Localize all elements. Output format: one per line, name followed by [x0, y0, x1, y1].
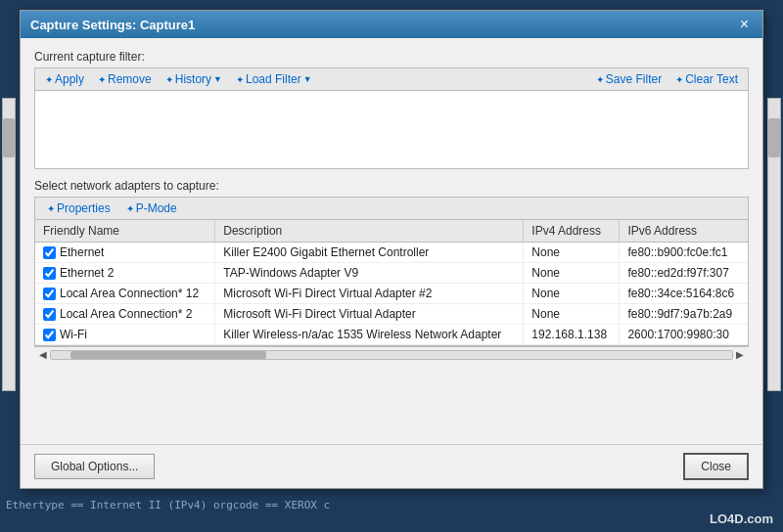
adapter-checkbox[interactable]: [43, 329, 56, 341]
col-description: Description: [215, 220, 524, 243]
load-filter-button[interactable]: ✦ Load Filter ▼: [230, 70, 318, 88]
apply-button[interactable]: ✦ Apply: [39, 70, 90, 88]
adapter-ipv4: None: [524, 304, 620, 325]
history-button[interactable]: ✦ History ▼: [160, 70, 228, 88]
adapter-friendly-name: Ethernet 2: [35, 263, 215, 284]
load-dropdown-icon: ▼: [303, 74, 312, 84]
filter-section: Current capture filter: ✦ Apply ✦ Remove…: [34, 50, 749, 169]
capture-settings-dialog: Capture Settings: Capture1 × Current cap…: [20, 10, 763, 489]
adapter-description: TAP-Windows Adapter V9: [215, 263, 524, 284]
adapter-ipv4: None: [524, 284, 620, 304]
save-icon: ✦: [596, 74, 604, 85]
filter-input[interactable]: [39, 95, 744, 164]
dialog-footer: Global Options... Close: [21, 444, 762, 488]
apply-icon: ✦: [45, 74, 53, 85]
adapter-checkbox[interactable]: [43, 246, 56, 259]
properties-tab[interactable]: ✦ Properties: [39, 200, 118, 217]
adapter-table: Friendly Name Description IPv4 Address I…: [35, 220, 748, 345]
adapter-description: Microsoft Wi-Fi Direct Virtual Adapter #…: [215, 284, 524, 304]
table-row: Wi-FiKiller Wireless-n/a/ac 1535 Wireles…: [35, 325, 748, 345]
col-friendly-name: Friendly Name: [35, 220, 215, 243]
table-row: Ethernet 2TAP-Windows Adapter V9Nonefe80…: [35, 263, 748, 284]
global-options-button[interactable]: Global Options...: [34, 454, 155, 479]
table-row: EthernetKiller E2400 Gigabit Ethernet Co…: [35, 243, 748, 263]
clear-icon: ✦: [675, 74, 683, 85]
horizontal-scrollbar[interactable]: ◀ ▶: [34, 346, 749, 362]
adapter-ipv6: fe80::34ce:5164:8c6: [620, 284, 748, 304]
scrollbar-track[interactable]: [50, 350, 733, 360]
pmode-tab[interactable]: ✦ P-Mode: [118, 200, 185, 217]
title-bar: Capture Settings: Capture1 ×: [21, 11, 762, 38]
load-icon: ✦: [236, 74, 244, 85]
adapter-ipv6: fe80::ed2d:f97f:307: [620, 263, 748, 284]
adapter-description: Killer Wireless-n/a/ac 1535 Wireless Net…: [215, 325, 524, 345]
adapter-friendly-name: Wi-Fi: [35, 325, 215, 345]
adapter-checkbox[interactable]: [43, 288, 56, 300]
history-icon: ✦: [165, 74, 173, 85]
adapter-ipv6: 2600:1700:9980:30: [620, 325, 748, 345]
scroll-left-icon[interactable]: ◀: [36, 349, 50, 360]
filter-input-area: [34, 91, 749, 169]
close-icon[interactable]: ×: [736, 17, 753, 32]
adapter-friendly-name: Local Area Connection* 2: [35, 304, 215, 325]
table-row: Local Area Connection* 2Microsoft Wi-Fi …: [35, 304, 748, 325]
col-ipv6: IPv6 Address: [620, 220, 748, 243]
adapter-ipv4: 192.168.1.138: [524, 325, 620, 345]
adapter-toolbar: ✦ Properties ✦ P-Mode: [34, 197, 749, 219]
clear-text-button[interactable]: ✦ Clear Text: [669, 70, 744, 88]
history-dropdown-icon: ▼: [213, 74, 222, 84]
adapter-ipv4: None: [524, 243, 620, 263]
adapter-ipv6: fe80::b900:fc0e:fc1: [620, 243, 748, 263]
filter-section-label: Current capture filter:: [34, 50, 749, 64]
col-ipv4: IPv4 Address: [524, 220, 620, 243]
remove-icon: ✦: [98, 74, 106, 85]
adapter-friendly-name: Ethernet: [35, 243, 215, 263]
remove-button[interactable]: ✦ Remove: [92, 70, 158, 88]
adapter-ipv6: fe80::9df7:9a7b:2a9: [620, 304, 748, 325]
scrollbar-thumb: [70, 351, 266, 359]
adapter-checkbox[interactable]: [43, 308, 56, 321]
adapter-checkbox[interactable]: [43, 267, 56, 280]
dialog-title: Capture Settings: Capture1: [30, 18, 195, 32]
adapter-description: Microsoft Wi-Fi Direct Virtual Adapter: [215, 304, 524, 325]
adapter-friendly-name: Local Area Connection* 12: [35, 284, 215, 304]
adapter-description: Killer E2400 Gigabit Ethernet Controller: [215, 243, 524, 263]
adapter-table-container: Friendly Name Description IPv4 Address I…: [34, 219, 749, 346]
watermark: LO4D.com: [710, 511, 773, 526]
filter-toolbar: ✦ Apply ✦ Remove ✦ History ▼ ✦ Load Fi: [34, 67, 749, 91]
side-scrollbar-left[interactable]: [2, 98, 16, 391]
pmode-icon: ✦: [126, 203, 134, 214]
close-button[interactable]: Close: [683, 453, 749, 480]
table-row: Local Area Connection* 12Microsoft Wi-Fi…: [35, 284, 748, 304]
side-scrollbar[interactable]: [767, 98, 781, 391]
adapter-ipv4: None: [524, 263, 620, 284]
scroll-right-icon[interactable]: ▶: [733, 349, 747, 360]
network-section: Select network adapters to capture: ✦ Pr…: [34, 179, 749, 362]
save-filter-button[interactable]: ✦ Save Filter: [590, 70, 668, 88]
properties-icon: ✦: [47, 203, 55, 214]
network-section-label: Select network adapters to capture:: [34, 179, 749, 193]
